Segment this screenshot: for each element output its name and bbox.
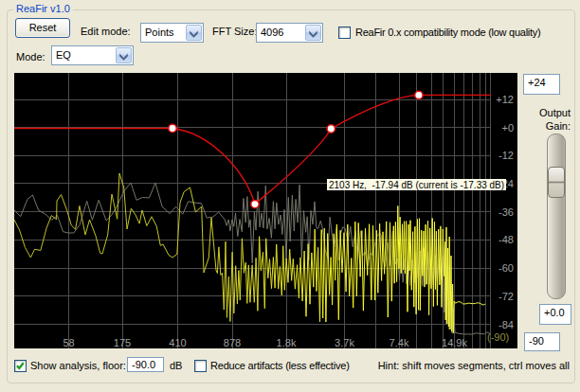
svg-text:1.8k: 1.8k (277, 337, 297, 348)
svg-text:3.7k: 3.7k (335, 337, 354, 348)
svg-text:-60: -60 (498, 262, 514, 274)
svg-text:(-90): (-90) (487, 331, 509, 343)
svg-text:2103 Hz, -17.94 dB (current i: 2103 Hz, -17.94 dB (current is -17.33 dB… (329, 179, 504, 190)
svg-text:-84: -84 (498, 319, 514, 330)
svg-text:58: 58 (63, 337, 74, 348)
svg-text:+12: +12 (496, 94, 514, 105)
svg-text:+0: +0 (501, 122, 514, 134)
svg-text:-12: -12 (498, 150, 514, 161)
svg-text:-36: -36 (498, 206, 514, 218)
svg-text:410: 410 (169, 337, 186, 348)
svg-text:-72: -72 (498, 291, 514, 302)
svg-text:-48: -48 (498, 234, 514, 245)
svg-text:7.4k: 7.4k (390, 337, 409, 348)
svg-text:14.9k: 14.9k (442, 337, 467, 348)
svg-text:878: 878 (224, 337, 241, 348)
svg-text:175: 175 (114, 337, 131, 348)
